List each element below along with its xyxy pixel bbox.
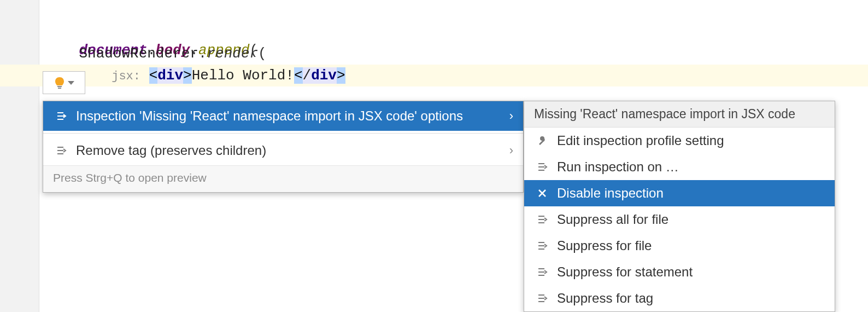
token-tag-open: div <box>157 67 183 84</box>
token-lt2: < <box>294 67 303 84</box>
token-class: ShadowRenderer <box>79 45 198 62</box>
chevron-right-icon: › <box>509 109 513 123</box>
intention-icon <box>534 214 550 225</box>
wrench-icon <box>534 135 550 146</box>
token-dot: . <box>198 45 207 62</box>
menu-item-label: Suppress for statement <box>557 264 825 280</box>
code-line-1[interactable]: document.body.append( <box>39 18 868 39</box>
token-render: render <box>207 45 258 62</box>
menu-footer-hint: Press Strg+Q to open preview <box>43 165 523 192</box>
code-line-2[interactable]: ShadowRenderer.render( <box>39 43 868 65</box>
svg-rect-0 <box>57 86 62 87</box>
menu-item-label: Inspection 'Missing 'React' namespace im… <box>76 108 509 124</box>
intention-bulb[interactable] <box>43 71 85 94</box>
token-tag-close: div <box>311 67 337 84</box>
token-gt: > <box>183 67 192 84</box>
intention-icon <box>53 145 69 156</box>
menu-item-disable-inspection[interactable]: Disable inspection <box>524 180 835 206</box>
inspection-submenu: Missing 'React' namespace import in JSX … <box>524 101 835 312</box>
menu-item-label: Suppress for file <box>557 238 825 253</box>
menu-item-label: Disable inspection <box>557 186 825 201</box>
menu-item-label: Run inspection on … <box>557 159 825 175</box>
menu-separator <box>43 133 523 134</box>
menu-item-label: Remove tag (preserves children) <box>76 143 509 158</box>
menu-item-suppress-file[interactable]: Suppress for file <box>524 233 835 259</box>
menu-item-edit-profile[interactable]: Edit inspection profile setting <box>524 128 835 154</box>
code-line-3-current[interactable]: jsx: <div>Hello World!</div> <box>0 65 868 86</box>
close-icon <box>534 188 550 198</box>
lightbulb-icon <box>54 76 66 89</box>
menu-item-inspection-options[interactable]: Inspection 'Missing 'React' namespace im… <box>43 101 523 131</box>
menu-item-suppress-statement[interactable]: Suppress for statement <box>524 259 835 285</box>
token-slash: / <box>303 67 312 84</box>
menu-item-label: Suppress all for file <box>557 212 825 227</box>
intention-icon <box>534 161 550 172</box>
menu-item-label: Suppress for tag <box>557 291 825 306</box>
editor-gutter <box>0 0 39 312</box>
chevron-right-icon: › <box>509 143 513 158</box>
chevron-down-icon <box>68 81 74 85</box>
inlay-hint-jsx: jsx: <box>112 70 140 83</box>
intention-menu: Inspection 'Missing 'React' namespace im… <box>43 101 524 193</box>
menu-item-suppress-tag[interactable]: Suppress for tag <box>524 285 835 311</box>
menu-item-label: Edit inspection profile setting <box>557 133 825 148</box>
token-jsx-text: Hello World! <box>192 67 294 84</box>
token-lt: < <box>149 67 158 84</box>
menu-item-suppress-all-file[interactable]: Suppress all for file <box>524 206 835 233</box>
token-open-paren: ( <box>258 45 267 62</box>
submenu-header: Missing 'React' namespace import in JSX … <box>524 101 835 128</box>
menu-item-remove-tag[interactable]: Remove tag (preserves children) › <box>43 136 523 165</box>
token-gt2: > <box>337 67 345 84</box>
intention-icon <box>534 267 550 278</box>
menu-item-run-inspection[interactable]: Run inspection on … <box>524 154 835 180</box>
intention-icon <box>534 293 550 304</box>
intention-icon <box>534 240 550 251</box>
intention-icon <box>53 111 69 122</box>
svg-rect-1 <box>58 88 61 89</box>
